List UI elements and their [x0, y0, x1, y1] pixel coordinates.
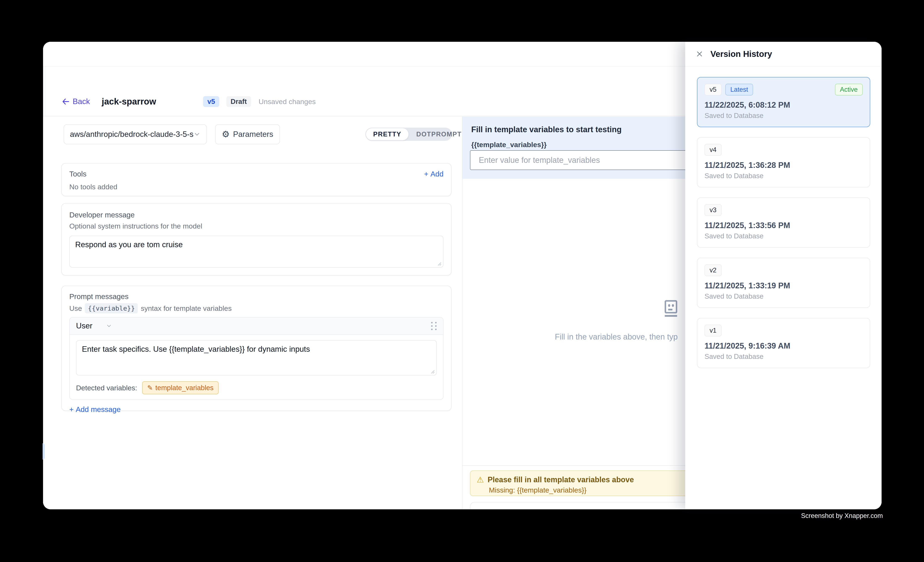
test-panel-title: Fill in template variables to start test… — [471, 125, 622, 134]
version-timestamp: 11/21/2025, 1:33:56 PM — [705, 221, 862, 230]
version-number-badge: v2 — [705, 265, 722, 276]
message-role-row: User — [70, 317, 443, 335]
version-timestamp: 11/21/2025, 9:16:39 AM — [705, 341, 862, 350]
pencil-icon: ✎ — [147, 384, 153, 392]
hint-prefix: Use — [69, 304, 82, 312]
add-message-button[interactable]: + Add message — [69, 405, 120, 414]
add-message-label: Add message — [76, 405, 120, 414]
developer-message-hint: Optional system instructions for the mod… — [69, 222, 444, 230]
developer-message-card: Developer message Optional system instru… — [62, 203, 452, 275]
active-badge: Active — [835, 84, 862, 96]
tools-card: Tools + Add No tools added — [62, 163, 452, 196]
edge-notification-sliver — [43, 443, 45, 460]
version-status: Saved to Database — [705, 232, 862, 240]
role-select-value[interactable]: User — [76, 321, 92, 330]
detected-variable-name: template_variables — [155, 384, 214, 392]
latest-badge: Latest — [725, 84, 753, 96]
empty-state-text: Fill in the variables above, then typ — [555, 332, 678, 341]
warning-icon: ⚠ — [477, 475, 484, 484]
arrow-left-icon — [62, 97, 70, 106]
page-title: jack-sparrow — [102, 97, 156, 107]
toggle-dotprompt[interactable]: DOTPROMPT — [409, 128, 469, 141]
editor-column: aws/anthropic/bedrock-claude-3-5-s... ⚙ … — [43, 117, 462, 509]
message-block: User Enter task specifics. Use {{templat… — [69, 317, 444, 400]
unsaved-changes-label: Unsaved changes — [258, 97, 316, 106]
version-list: v5 Latest Active 11/22/2025, 6:08:12 PM … — [685, 67, 882, 368]
plus-icon: + — [424, 170, 428, 178]
plus-icon: + — [69, 405, 74, 414]
back-button[interactable]: Back — [62, 97, 90, 106]
gear-icon: ⚙ — [222, 130, 230, 139]
back-label: Back — [73, 97, 90, 106]
version-card-v1[interactable]: v1 11/21/2025, 9:16:39 AM Saved to Datab… — [697, 318, 870, 368]
version-number-badge: v5 — [705, 84, 722, 96]
version-status: Saved to Database — [705, 353, 862, 360]
version-card-v2[interactable]: v2 11/21/2025, 1:33:19 PM Saved to Datab… — [697, 258, 870, 308]
developer-message-label: Developer message — [69, 211, 444, 219]
version-timestamp: 11/21/2025, 1:33:19 PM — [705, 281, 862, 290]
screen: Back jack-sparrow v5 Draft Unsaved chang… — [0, 0, 924, 562]
variable-syntax-chip: {{variable}} — [85, 303, 138, 313]
version-history-header: Version History — [685, 42, 882, 67]
version-card-v3[interactable]: v3 11/21/2025, 1:33:56 PM Saved to Datab… — [697, 197, 870, 248]
detected-variables-label: Detected variables: — [76, 384, 137, 392]
version-card-v5[interactable]: v5 Latest Active 11/22/2025, 6:08:12 PM … — [697, 77, 870, 127]
warning-title: Please fill in all template variables ab… — [488, 475, 634, 484]
version-status: Saved to Database — [705, 172, 862, 180]
version-history-panel: Version History v5 Latest Active 11/22/2… — [685, 42, 882, 509]
tools-empty-text: No tools added — [69, 183, 444, 191]
close-icon[interactable] — [695, 50, 704, 58]
model-select-value: aws/anthropic/bedrock-claude-3-5-s... — [70, 130, 194, 139]
bot-icon — [660, 299, 681, 320]
developer-message-textarea[interactable]: Respond as you are tom cruise — [69, 236, 444, 268]
user-message-textarea[interactable]: Enter task specifics. Use {{template_var… — [76, 340, 437, 375]
hint-suffix: syntax for template variables — [141, 304, 232, 312]
toggle-pretty[interactable]: PRETTY — [366, 128, 409, 140]
version-card-v4[interactable]: v4 11/21/2025, 1:36:28 PM Saved to Datab… — [697, 137, 870, 187]
format-toggle: PRETTY DOTPROMPT — [365, 128, 452, 141]
template-variable-label: {{template_variables}} — [471, 140, 547, 149]
prompt-messages-hint: Use {{variable}} syntax for template var… — [69, 303, 444, 313]
parameters-button[interactable]: ⚙ Parameters — [215, 124, 280, 144]
version-status: Saved to Database — [705, 292, 862, 300]
version-badge: v5 — [203, 96, 219, 107]
version-timestamp: 11/22/2025, 6:08:12 PM — [705, 100, 862, 109]
version-timestamp: 11/21/2025, 1:36:28 PM — [705, 161, 862, 170]
watermark-text: Screenshot by Xnapper.com — [801, 512, 883, 520]
version-status: Saved to Database — [705, 112, 862, 120]
drag-handle-icon[interactable] — [431, 322, 437, 330]
add-tool-button[interactable]: + Add — [424, 170, 444, 178]
detected-variable-chip[interactable]: ✎ template_variables — [142, 381, 219, 394]
resize-handle-icon[interactable] — [429, 368, 435, 374]
version-number-badge: v4 — [705, 144, 722, 156]
prompt-messages-card: Prompt messages Use {{variable}} syntax … — [62, 285, 452, 411]
resize-handle-icon[interactable] — [436, 260, 441, 266]
version-history-title: Version History — [710, 49, 772, 59]
draft-badge: Draft — [226, 96, 251, 107]
tools-label: Tools — [69, 170, 87, 178]
parameters-label: Parameters — [233, 130, 273, 139]
prompt-messages-label: Prompt messages — [69, 292, 444, 301]
version-number-badge: v3 — [705, 204, 722, 216]
chevron-down-icon[interactable] — [106, 323, 112, 329]
model-select[interactable]: aws/anthropic/bedrock-claude-3-5-s... — [64, 124, 207, 144]
add-tool-label: Add — [430, 170, 444, 178]
version-number-badge: v1 — [705, 325, 722, 336]
chevron-down-icon — [194, 131, 201, 138]
